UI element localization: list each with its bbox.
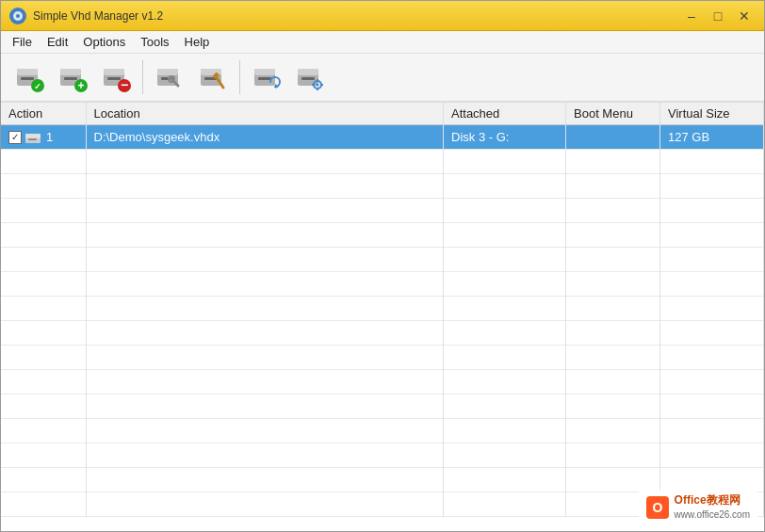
close-button[interactable]: ✕ (732, 7, 757, 25)
toolbar-separator-2 (239, 60, 240, 94)
app-icon (8, 7, 27, 25)
table-row[interactable]: 1 D:\Demo\sysgeek.vhdx Disk 3 - G: 127 G… (1, 125, 764, 150)
main-content: Action Location Attached Boot Menu Virtu… (1, 103, 764, 531)
table-row-empty (1, 199, 764, 223)
table-row-empty (1, 443, 764, 468)
table-row-empty (1, 174, 764, 199)
col-header-attached: Attached (444, 103, 566, 125)
table-body: 1 D:\Demo\sysgeek.vhdx Disk 3 - G: 127 G… (1, 125, 764, 517)
svg-rect-34 (301, 77, 315, 80)
table-row-empty (1, 321, 764, 346)
svg-rect-30 (258, 77, 271, 80)
edit-vhd-icon (154, 61, 186, 93)
svg-rect-19 (157, 69, 178, 75)
table-row-empty (1, 419, 764, 443)
svg-rect-14 (104, 69, 124, 75)
svg-rect-42 (25, 134, 41, 138)
table-container[interactable]: Action Location Attached Boot Menu Virtu… (1, 103, 764, 531)
settings-button[interactable] (289, 57, 331, 97)
window-controls: – □ ✕ (679, 7, 757, 25)
watermark-text: Office教程网 www.office26.com (675, 493, 750, 521)
svg-text:O: O (652, 500, 662, 515)
cell-boot (566, 125, 660, 150)
settings-icon (294, 61, 326, 93)
office-icon: O (646, 496, 669, 519)
watermark-site-name: Office教程网 (675, 493, 750, 508)
add-vhd-button[interactable]: + (52, 57, 93, 97)
svg-rect-10 (64, 77, 77, 80)
remove-vhd-icon: − (100, 61, 132, 93)
toolbar: ✓ + (1, 54, 764, 103)
svg-rect-5 (21, 77, 34, 80)
menu-file[interactable]: File (5, 33, 40, 51)
svg-text:−: − (121, 77, 128, 92)
svg-rect-43 (28, 138, 37, 140)
col-header-vsize: Virtual Size (660, 103, 764, 125)
table-row-empty (1, 370, 764, 395)
table-row-empty (1, 346, 764, 370)
svg-rect-9 (60, 69, 81, 75)
row-checkbox[interactable] (8, 131, 22, 144)
edit-vhd-button[interactable] (149, 57, 190, 97)
new-vhd-button[interactable]: ✓ (8, 57, 50, 97)
row-number: 1 (46, 130, 53, 144)
menu-bar: File Edit Options Tools Help (1, 31, 764, 54)
col-header-location: Location (86, 103, 444, 125)
app-window: Simple Vhd Manager v1.2 – □ ✕ File Edit … (0, 0, 765, 532)
menu-help[interactable]: Help (177, 33, 218, 51)
table-header: Action Location Attached Boot Menu Virtu… (1, 103, 764, 125)
cell-vsize: 127 GB (660, 125, 764, 150)
table-row-empty (1, 272, 764, 297)
svg-rect-4 (17, 69, 38, 75)
col-header-boot: Boot Menu (566, 103, 660, 125)
vhd-table: Action Location Attached Boot Menu Virtu… (1, 103, 764, 517)
cell-attached: Disk 3 - G: (444, 125, 566, 150)
table-row-empty (1, 468, 764, 492)
menu-tools[interactable]: Tools (133, 33, 176, 51)
svg-point-36 (317, 84, 319, 87)
attach-icon (251, 61, 283, 93)
menu-options[interactable]: Options (75, 33, 133, 51)
menu-edit[interactable]: Edit (40, 33, 75, 51)
add-vhd-icon: + (57, 61, 89, 93)
col-header-action: Action (1, 103, 86, 125)
svg-text:✓: ✓ (34, 82, 41, 91)
watermark: O Office教程网 www.office26.com (639, 490, 757, 524)
minimize-button[interactable]: – (679, 7, 704, 25)
svg-rect-29 (254, 69, 275, 75)
maximize-button[interactable]: □ (706, 7, 730, 25)
svg-rect-33 (298, 69, 318, 75)
window-title: Simple Vhd Manager v1.2 (33, 9, 679, 23)
row-disk-icon (25, 131, 42, 144)
table-row-empty (1, 248, 764, 272)
cell-action: 1 (1, 125, 86, 150)
title-bar: Simple Vhd Manager v1.2 – □ ✕ (1, 1, 764, 31)
svg-rect-15 (107, 77, 121, 80)
svg-point-2 (16, 14, 20, 18)
table-row-empty (1, 223, 764, 248)
cell-location: D:\Demo\sysgeek.vhdx (86, 125, 444, 150)
table-row-empty (1, 150, 764, 174)
new-vhd-icon: ✓ (13, 61, 45, 93)
table-row-empty (1, 395, 764, 419)
properties-button[interactable] (192, 57, 234, 97)
remove-vhd-button[interactable]: − (95, 57, 137, 97)
attach-button[interactable] (246, 57, 287, 97)
properties-icon (197, 61, 229, 93)
svg-text:+: + (77, 79, 84, 92)
table-row-empty (1, 297, 764, 321)
watermark-url: www.office26.com (675, 508, 750, 521)
toolbar-separator-1 (142, 60, 143, 94)
